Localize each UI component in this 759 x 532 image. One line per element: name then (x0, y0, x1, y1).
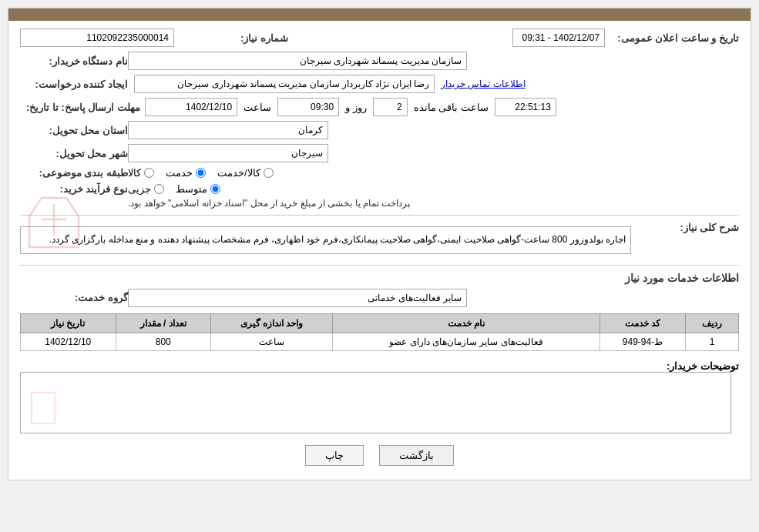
col-vahed: واحد اندازه گیری (210, 313, 332, 333)
rooz-input[interactable] (373, 98, 408, 116)
tabaqe-kala-khadamat-radio[interactable] (264, 168, 274, 178)
grooh-khadamat-input[interactable] (128, 289, 467, 307)
ostan-label: استان محل تحویل: (20, 125, 128, 136)
grooh-khadamat-label: گروه خدمت: (20, 292, 128, 303)
bottom-buttons: بازگشت چاپ (20, 445, 739, 466)
col-kod: کد خدمت (599, 313, 685, 333)
tabaqe-kala-label: کالا (128, 167, 141, 179)
farayand-jazii-radio[interactable] (154, 184, 164, 194)
ijad-konande-input[interactable] (134, 75, 435, 93)
name-dastgah-input[interactable] (128, 52, 467, 70)
shomara-niaz-input[interactable] (20, 28, 174, 47)
saat-label: ساعت (243, 102, 271, 113)
date-input[interactable] (145, 98, 237, 116)
cell-vahed: ساعت (210, 333, 332, 350)
tawziyat-box[interactable] (20, 372, 731, 433)
shahr-input[interactable] (128, 144, 328, 162)
farayand-jazii-label: جزیی (128, 183, 151, 195)
cell-radif: 1 (686, 333, 739, 350)
shahr-label: شهر محل تحویل: (20, 148, 128, 159)
rooz-label: روز و (345, 102, 367, 113)
baqi-mande-input[interactable] (495, 98, 556, 116)
page-title (8, 8, 751, 21)
sharh-box: اجاره بولدوزور 800 ساعت-گواهی صلاحیت ایم… (20, 226, 631, 254)
khadamat-table: ردیف کد خدمت نام خدمت واحد اندازه گیری ت… (20, 313, 739, 351)
baqi-label: ساعت باقی مانده (414, 102, 489, 113)
farayand-motawaset-radio[interactable] (210, 184, 220, 194)
tabaqe-khadamat-radio[interactable] (196, 168, 206, 178)
col-tarikh: تاریخ نیاز (21, 313, 116, 333)
table-row: 1 ط-94-949 فعالیت‌های سایر سازمان‌های دا… (21, 333, 739, 350)
ijad-konande-label: ایجاد کننده درخواست: (20, 79, 128, 90)
back-button[interactable]: بازگشت (379, 445, 454, 466)
cell-kod: ط-94-949 (599, 333, 685, 350)
tabaqe-kala-khadamat-label: کالا/خدمت (217, 167, 260, 179)
sharh-text: اجاره بولدوزور 800 ساعت-گواهی صلاحیت ایم… (49, 234, 626, 245)
khadamat-section-title: اطلاعات خدمات مورد نیاز (20, 272, 739, 284)
cell-tedad: 800 (116, 333, 210, 350)
farayand-note: پرداخت تمام یا بخشی از مبلغ خرید از محل … (128, 198, 410, 209)
tabaqe-kala-radio[interactable] (144, 168, 154, 178)
sharh-label: شرح کلی نیاز: (631, 222, 739, 233)
cell-tarikh: 1402/12/10 (21, 333, 116, 350)
tarikh-ersal-label: تاریخ و ساعت اعلان عمومی: (611, 32, 739, 44)
ostan-input[interactable] (128, 121, 328, 139)
col-tedad: تعداد / مقدار (116, 313, 210, 333)
col-radif: ردیف (686, 313, 739, 333)
col-naam: نام خدمت (333, 313, 600, 333)
shomara-niaz-label: شماره نیاز: (180, 32, 288, 44)
tarikh-ersal-input[interactable] (512, 28, 605, 47)
tabaqe-label: طبقه بندی موضوعی: (20, 167, 128, 179)
name-dastgah-label: نام دستگاه خریدار: (20, 55, 128, 67)
tabaqe-khadamat-label: خدمت (166, 167, 193, 179)
farayand-motawaset-label: متوسط (176, 183, 207, 195)
saat-input[interactable] (277, 98, 339, 116)
etelaat-tamas-link[interactable]: اطلاعات تماس خریدار (441, 79, 526, 89)
cell-naam: فعالیت‌های سایر سازمان‌های دارای عضو (333, 333, 600, 350)
print-button[interactable]: چاپ (305, 445, 364, 466)
khadamat-table-section: ردیف کد خدمت نام خدمت واحد اندازه گیری ت… (20, 313, 739, 351)
mohlat-ersal-label: مهلت ارسال پاسخ: تا تاریخ: (20, 102, 140, 113)
tawziyat-label: توضیحات خریدار: (660, 357, 739, 372)
